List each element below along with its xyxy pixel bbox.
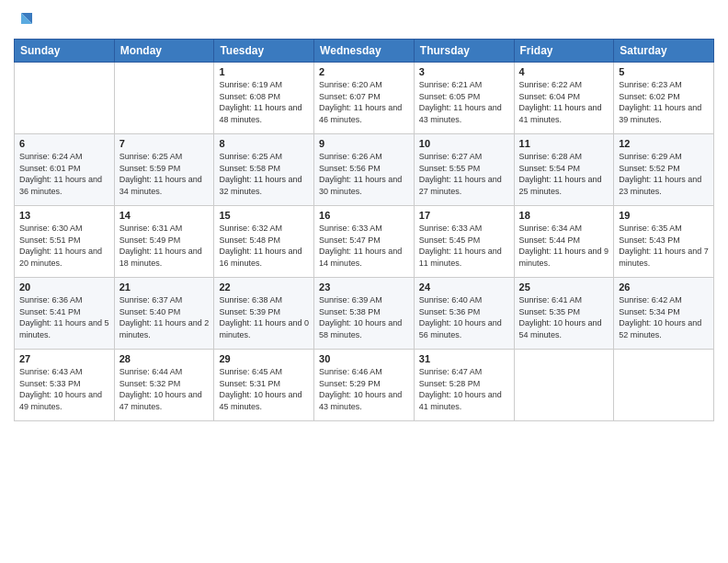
day-number: 22 xyxy=(219,282,309,293)
calendar-cell: 4 Sunrise: 6:22 AM Sunset: 6:04 PM Dayli… xyxy=(514,63,614,134)
cell-sunset: Sunset: 5:41 PM xyxy=(19,307,81,316)
weekday-header: Wednesday xyxy=(314,40,415,63)
cell-sunset: Sunset: 5:45 PM xyxy=(419,236,481,245)
cell-sunrise: Sunrise: 6:24 AM xyxy=(19,152,83,161)
cell-sunset: Sunset: 6:02 PM xyxy=(619,92,680,101)
calendar-cell: 28 Sunrise: 6:44 AM Sunset: 5:32 PM Dayl… xyxy=(114,350,214,421)
cell-sunrise: Sunrise: 6:44 AM xyxy=(119,367,183,376)
cell-sunset: Sunset: 6:01 PM xyxy=(19,164,81,173)
calendar-cell: 3 Sunrise: 6:21 AM Sunset: 6:05 PM Dayli… xyxy=(414,63,514,134)
calendar-cell: 11 Sunrise: 6:28 AM Sunset: 5:54 PM Dayl… xyxy=(514,134,614,206)
cell-daylight: Daylight: 11 hours and 7 minutes. xyxy=(619,247,709,268)
calendar-cell: 15 Sunrise: 6:32 AM Sunset: 5:48 PM Dayl… xyxy=(214,206,314,278)
logo-icon xyxy=(14,9,36,31)
calendar-week-row: 27 Sunrise: 6:43 AM Sunset: 5:33 PM Dayl… xyxy=(15,350,714,421)
cell-daylight: Daylight: 11 hours and 25 minutes. xyxy=(519,175,602,196)
cell-daylight: Daylight: 11 hours and 20 minutes. xyxy=(19,247,102,268)
day-number: 27 xyxy=(19,353,109,364)
cell-sunset: Sunset: 5:40 PM xyxy=(119,307,181,316)
cell-sunrise: Sunrise: 6:46 AM xyxy=(319,367,382,376)
calendar-week-row: 1 Sunrise: 6:19 AM Sunset: 6:08 PM Dayli… xyxy=(15,63,714,134)
day-number: 6 xyxy=(19,138,109,149)
cell-daylight: Daylight: 11 hours and 11 minutes. xyxy=(419,247,502,268)
cell-daylight: Daylight: 11 hours and 41 minutes. xyxy=(519,103,602,124)
cell-sunset: Sunset: 5:51 PM xyxy=(19,236,81,245)
cell-sunset: Sunset: 6:07 PM xyxy=(319,92,381,101)
day-number: 15 xyxy=(219,210,309,221)
cell-daylight: Daylight: 11 hours and 32 minutes. xyxy=(219,175,301,196)
calendar-cell: 27 Sunrise: 6:43 AM Sunset: 5:33 PM Dayl… xyxy=(15,350,115,421)
day-number: 7 xyxy=(119,138,210,149)
calendar-cell: 10 Sunrise: 6:27 AM Sunset: 5:55 PM Dayl… xyxy=(414,134,514,206)
calendar-cell: 2 Sunrise: 6:20 AM Sunset: 6:07 PM Dayli… xyxy=(314,63,415,134)
cell-daylight: Daylight: 11 hours and 16 minutes. xyxy=(219,247,301,268)
cell-sunset: Sunset: 6:08 PM xyxy=(219,92,280,101)
cell-sunset: Sunset: 5:28 PM xyxy=(419,379,481,388)
calendar-cell xyxy=(614,350,714,421)
calendar-cell: 31 Sunrise: 6:47 AM Sunset: 5:28 PM Dayl… xyxy=(414,350,514,421)
header-row: SundayMondayTuesdayWednesdayThursdayFrid… xyxy=(15,40,714,63)
cell-sunrise: Sunrise: 6:34 AM xyxy=(519,224,583,233)
cell-sunrise: Sunrise: 6:25 AM xyxy=(219,152,282,161)
cell-daylight: Daylight: 11 hours and 14 minutes. xyxy=(319,247,402,268)
weekday-header: Saturday xyxy=(614,40,714,63)
cell-sunset: Sunset: 5:52 PM xyxy=(619,164,680,173)
cell-sunrise: Sunrise: 6:25 AM xyxy=(119,152,183,161)
calendar-cell xyxy=(514,350,614,421)
cell-sunrise: Sunrise: 6:19 AM xyxy=(219,80,282,89)
calendar-cell: 9 Sunrise: 6:26 AM Sunset: 5:56 PM Dayli… xyxy=(314,134,415,206)
cell-daylight: Daylight: 11 hours and 18 minutes. xyxy=(119,247,202,268)
cell-sunset: Sunset: 6:04 PM xyxy=(519,92,581,101)
cell-sunrise: Sunrise: 6:32 AM xyxy=(219,224,282,233)
cell-daylight: Daylight: 10 hours and 43 minutes. xyxy=(319,390,402,411)
day-number: 5 xyxy=(619,66,709,77)
cell-sunrise: Sunrise: 6:33 AM xyxy=(419,224,483,233)
day-number: 12 xyxy=(619,138,709,149)
cell-sunset: Sunset: 5:35 PM xyxy=(519,307,581,316)
day-number: 21 xyxy=(119,282,210,293)
cell-sunset: Sunset: 5:31 PM xyxy=(219,379,280,388)
cell-sunrise: Sunrise: 6:43 AM xyxy=(19,367,83,376)
day-number: 3 xyxy=(419,66,509,77)
cell-sunset: Sunset: 5:36 PM xyxy=(419,307,481,316)
cell-daylight: Daylight: 11 hours and 39 minutes. xyxy=(619,103,701,124)
cell-sunset: Sunset: 5:44 PM xyxy=(519,236,581,245)
cell-daylight: Daylight: 11 hours and 48 minutes. xyxy=(219,103,301,124)
cell-sunrise: Sunrise: 6:35 AM xyxy=(619,224,682,233)
cell-daylight: Daylight: 11 hours and 43 minutes. xyxy=(419,103,502,124)
cell-sunset: Sunset: 5:49 PM xyxy=(119,236,181,245)
calendar-cell: 21 Sunrise: 6:37 AM Sunset: 5:40 PM Dayl… xyxy=(114,278,214,350)
calendar-cell: 13 Sunrise: 6:30 AM Sunset: 5:51 PM Dayl… xyxy=(15,206,115,278)
cell-sunset: Sunset: 5:32 PM xyxy=(119,379,181,388)
day-number: 18 xyxy=(519,210,609,221)
calendar-cell: 20 Sunrise: 6:36 AM Sunset: 5:41 PM Dayl… xyxy=(15,278,115,350)
day-number: 10 xyxy=(419,138,509,149)
day-number: 13 xyxy=(19,210,109,221)
cell-daylight: Daylight: 10 hours and 41 minutes. xyxy=(419,390,502,411)
cell-sunset: Sunset: 5:56 PM xyxy=(319,164,381,173)
page: SundayMondayTuesdayWednesdayThursdayFrid… xyxy=(0,0,728,563)
day-number: 8 xyxy=(219,138,309,149)
calendar-cell xyxy=(114,63,214,134)
day-number: 26 xyxy=(619,282,709,293)
cell-daylight: Daylight: 10 hours and 52 minutes. xyxy=(619,318,701,339)
cell-sunset: Sunset: 5:54 PM xyxy=(519,164,581,173)
cell-daylight: Daylight: 11 hours and 30 minutes. xyxy=(319,175,402,196)
calendar-cell: 22 Sunrise: 6:38 AM Sunset: 5:39 PM Dayl… xyxy=(214,278,314,350)
day-number: 30 xyxy=(319,353,409,364)
cell-sunrise: Sunrise: 6:22 AM xyxy=(519,80,583,89)
calendar-cell: 6 Sunrise: 6:24 AM Sunset: 6:01 PM Dayli… xyxy=(15,134,115,206)
cell-sunrise: Sunrise: 6:27 AM xyxy=(419,152,483,161)
weekday-header: Tuesday xyxy=(214,40,314,63)
cell-daylight: Daylight: 11 hours and 0 minutes. xyxy=(219,318,309,339)
calendar-week-row: 6 Sunrise: 6:24 AM Sunset: 6:01 PM Dayli… xyxy=(15,134,714,206)
cell-daylight: Daylight: 10 hours and 58 minutes. xyxy=(319,318,402,339)
cell-sunrise: Sunrise: 6:37 AM xyxy=(119,295,183,304)
cell-sunrise: Sunrise: 6:20 AM xyxy=(319,80,382,89)
cell-sunset: Sunset: 5:58 PM xyxy=(219,164,280,173)
cell-daylight: Daylight: 10 hours and 54 minutes. xyxy=(519,318,602,339)
calendar-table: SundayMondayTuesdayWednesdayThursdayFrid… xyxy=(14,39,714,421)
calendar-cell: 26 Sunrise: 6:42 AM Sunset: 5:34 PM Dayl… xyxy=(614,278,714,350)
cell-sunrise: Sunrise: 6:47 AM xyxy=(419,367,483,376)
weekday-header: Sunday xyxy=(15,40,115,63)
